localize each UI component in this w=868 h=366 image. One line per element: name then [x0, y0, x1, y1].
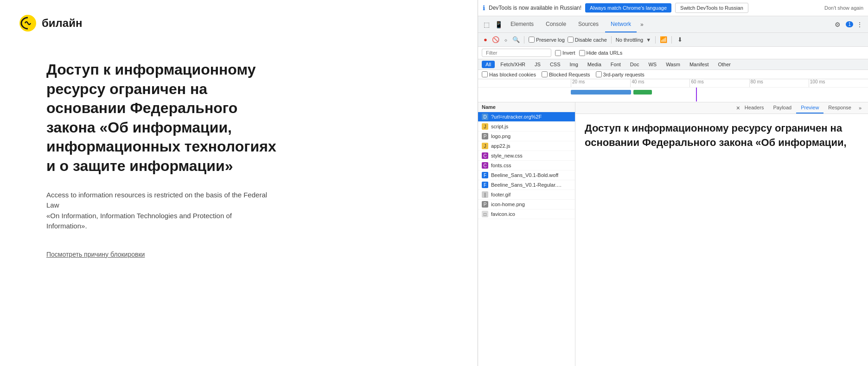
- preserve-log-checkbox[interactable]: Preserve log: [529, 37, 565, 43]
- type-btn-all[interactable]: All: [482, 61, 495, 68]
- separator-4: [671, 36, 672, 44]
- invert-checkbox[interactable]: Invert: [555, 50, 575, 56]
- hide-data-urls-checkbox[interactable]: Hide data URLs: [579, 50, 623, 56]
- detail-tab-response[interactable]: Response: [823, 102, 856, 114]
- separator-3: [655, 36, 656, 44]
- type-filter-row: All Fetch/XHR JS CSS Img Media Font Doc …: [478, 59, 868, 70]
- font-icon: F: [482, 182, 488, 188]
- has-blocked-cookies-checkbox[interactable]: Has blocked cookies: [482, 71, 536, 77]
- tab-console[interactable]: Console: [540, 16, 572, 32]
- tab-elements[interactable]: Elements: [505, 16, 539, 32]
- settings-icon[interactable]: ⚙: [832, 19, 843, 30]
- separator-1: [524, 36, 524, 44]
- disable-cache-checkbox[interactable]: Disable cache: [568, 37, 607, 43]
- separator-2: [611, 36, 612, 44]
- file-item-boldwoff[interactable]: F Beeline_Sans_V0.1-Bold.woff: [478, 170, 575, 180]
- detail-preview-text: Доступ к информационному ресурсу огранич…: [585, 121, 859, 150]
- file-name: script.js: [491, 124, 508, 129]
- logo-area: билайн: [19, 14, 459, 32]
- filter-input[interactable]: [482, 49, 551, 57]
- network-main: Name D ?url=rutracker.org%2F J script.js…: [478, 102, 868, 366]
- clear-button[interactable]: 🚫: [492, 36, 499, 44]
- font-icon: F: [482, 172, 488, 178]
- detail-tab-payload[interactable]: Payload: [768, 102, 796, 114]
- detail-content: Доступ к информационному ресурсу огранич…: [575, 114, 868, 366]
- type-btn-media[interactable]: Media: [584, 61, 605, 68]
- filter-icon[interactable]: ⬦: [502, 36, 510, 44]
- type-btn-font[interactable]: Font: [607, 61, 625, 68]
- type-btn-img[interactable]: Img: [566, 61, 582, 68]
- timeline-marker: [696, 88, 697, 101]
- blocked-filter-row: Has blocked cookies Blocked Requests 3rd…: [478, 70, 868, 79]
- main-subtitle: Access to information resources is restr…: [46, 190, 269, 232]
- detail-tab-preview[interactable]: Preview: [796, 102, 823, 114]
- tick-80ms: 80 ms: [749, 79, 809, 87]
- file-name: style_new.css: [491, 153, 523, 158]
- type-btn-wasm[interactable]: Wasm: [662, 61, 684, 68]
- throttling-dropdown-icon[interactable]: ▼: [646, 37, 651, 43]
- file-name: ?url=rutracker.org%2F: [491, 114, 542, 120]
- js-icon: J: [482, 123, 488, 130]
- file-name: footer.gif: [491, 192, 511, 197]
- throttling-label: No throttling: [616, 37, 643, 43]
- filter-bar: Invert Hide data URLs: [478, 47, 868, 59]
- file-item-logopng[interactable]: P logo.png: [478, 132, 575, 141]
- detail-tab-headers[interactable]: Headers: [740, 102, 769, 114]
- third-party-requests-checkbox[interactable]: 3rd-party requests: [596, 71, 645, 77]
- file-item-scriptjs[interactable]: J script.js: [478, 122, 575, 132]
- file-name: Beeline_Sans_V0.1-Regular.woff: [491, 182, 565, 188]
- file-item-app22js[interactable]: J app22.js: [478, 141, 575, 151]
- switch-devtools-button[interactable]: Switch DevTools to Russian: [675, 3, 748, 13]
- file-item-iconhome[interactable]: P icon-home.png: [478, 200, 575, 209]
- file-item-favicon[interactable]: □ favicon.ico: [478, 209, 575, 219]
- js-icon: J: [482, 143, 488, 149]
- tab-more[interactable]: »: [638, 19, 646, 30]
- logo-text: билайн: [42, 17, 82, 30]
- detail-tabs: × Headers Payload Preview Response »: [575, 102, 868, 114]
- img-icon: P: [482, 201, 488, 208]
- type-btn-css[interactable]: CSS: [546, 61, 564, 68]
- file-item-url[interactable]: D ?url=rutracker.org%2F: [478, 112, 575, 122]
- view-reason-link[interactable]: Посмотреть причину блокировки: [46, 251, 145, 258]
- detail-panel: × Headers Payload Preview Response » Дос…: [575, 102, 868, 366]
- type-btn-ws[interactable]: WS: [645, 61, 660, 68]
- inspect-icon[interactable]: ⬚: [481, 19, 492, 30]
- css-icon: C: [482, 152, 488, 159]
- tick-100ms: 100 ms: [809, 79, 868, 87]
- tick-60ms: 60 ms: [689, 79, 749, 87]
- tick-40ms: 40 ms: [630, 79, 689, 87]
- record-button[interactable]: ●: [482, 36, 489, 44]
- type-btn-js[interactable]: JS: [531, 61, 544, 68]
- main-page: билайн Доступ к информационному ресурсу …: [0, 0, 478, 366]
- file-item-fontscss[interactable]: C fonts.css: [478, 161, 575, 170]
- match-language-button[interactable]: Always match Chrome's language: [585, 3, 671, 13]
- type-btn-doc[interactable]: Doc: [626, 61, 643, 68]
- blocked-requests-checkbox[interactable]: Blocked Requests: [542, 71, 590, 77]
- file-item-footergif[interactable]: | footer.gif: [478, 190, 575, 200]
- download-icon[interactable]: ⬇: [676, 36, 683, 44]
- devtools-panel: ℹ DevTools is now available in Russian! …: [478, 0, 868, 366]
- type-btn-fetch[interactable]: Fetch/XHR: [497, 61, 529, 68]
- wifi-icon[interactable]: 📶: [660, 36, 667, 44]
- close-detail-button[interactable]: ×: [736, 104, 740, 112]
- search-icon[interactable]: 🔍: [512, 36, 520, 44]
- devtools-notification: ℹ DevTools is now available in Russian! …: [478, 0, 868, 16]
- beeline-logo-icon: [19, 14, 37, 32]
- timeline-ruler: 20 ms 40 ms 60 ms 80 ms 100 ms: [478, 79, 868, 88]
- timeline-bar-2: [633, 90, 652, 95]
- tick-20ms: 20 ms: [571, 79, 630, 87]
- tab-sources[interactable]: Sources: [573, 16, 604, 32]
- more-options-icon[interactable]: ⋮: [854, 19, 865, 30]
- file-item-stylecss[interactable]: C style_new.css: [478, 151, 575, 161]
- type-btn-other[interactable]: Other: [714, 61, 734, 68]
- file-name: icon-home.png: [491, 202, 525, 207]
- detail-tab-more[interactable]: »: [856, 103, 864, 113]
- device-icon[interactable]: 📱: [493, 19, 504, 30]
- tab-network[interactable]: Network: [605, 16, 637, 32]
- file-item-regularwoff[interactable]: F Beeline_Sans_V0.1-Regular.woff: [478, 180, 575, 190]
- type-btn-manifest[interactable]: Manifest: [686, 61, 713, 68]
- file-name: Beeline_Sans_V0.1-Bold.woff: [491, 172, 558, 178]
- dismiss-notification-button[interactable]: Don't show again: [824, 5, 863, 11]
- main-title: Доступ к информационному ресурсу огранич…: [46, 60, 287, 176]
- timeline-area: 20 ms 40 ms 60 ms 80 ms 100 ms: [478, 79, 868, 102]
